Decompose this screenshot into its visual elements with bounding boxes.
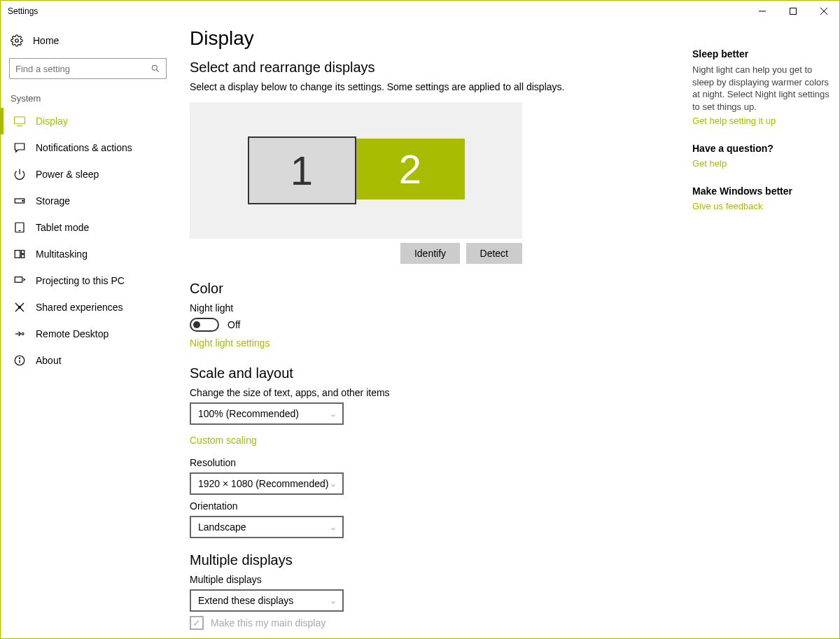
search-icon <box>150 64 160 73</box>
sidebar-item-power[interactable]: Power & sleep <box>1 161 183 188</box>
svg-rect-1 <box>790 8 797 15</box>
sidebar-item-label: Shared experiences <box>36 302 123 313</box>
orientation-value: Landscape <box>198 521 246 533</box>
sidebar-item-about[interactable]: About <box>1 347 183 374</box>
svg-point-5 <box>152 65 157 70</box>
content: Home System Display Notifications & acti… <box>1 22 839 638</box>
detect-button[interactable]: Detect <box>466 243 522 264</box>
display-1[interactable]: 1 <box>248 136 356 204</box>
sidebar-item-label: Tablet mode <box>36 222 89 233</box>
sidebar-item-projecting[interactable]: Projecting to this PC <box>1 267 183 294</box>
question-heading: Have a question? <box>692 143 832 154</box>
sidebar-item-display[interactable]: Display <box>1 108 183 134</box>
sidebar-item-multitasking[interactable]: Multitasking <box>1 241 183 267</box>
main-display-checkbox-row: ✓ Make this my main display <box>190 616 680 630</box>
svg-rect-17 <box>15 277 22 283</box>
home-button[interactable]: Home <box>1 27 183 54</box>
tips-panel: Sleep better Night light can help you ge… <box>692 27 839 638</box>
sidebar-item-label: Projecting to this PC <box>36 275 125 286</box>
svg-point-4 <box>15 39 19 43</box>
chevron-down-icon: ⌵ <box>331 410 335 418</box>
main-display-label: Make this my main display <box>211 617 326 629</box>
multi-label: Multiple displays <box>190 574 680 585</box>
settings-window: Settings Home Syste <box>0 0 840 639</box>
scale-value: 100% (Recommended) <box>198 408 299 419</box>
sidebar-item-remote[interactable]: Remote Desktop <box>1 321 183 347</box>
svg-line-6 <box>156 69 158 71</box>
scale-dropdown[interactable]: 100% (Recommended) ⌵ <box>190 402 344 425</box>
section-color-heading: Color <box>190 281 680 297</box>
page-title: Display <box>190 27 680 50</box>
shared-icon <box>13 301 26 314</box>
resolution-dropdown[interactable]: 1920 × 1080 (Recommended) ⌵ <box>190 472 344 495</box>
tablet-icon <box>13 221 26 234</box>
sleep-link[interactable]: Get help setting it up <box>692 115 832 126</box>
search-wrap <box>1 54 183 89</box>
remote-icon <box>13 328 26 340</box>
section-multi-heading: Multiple displays <box>190 552 680 568</box>
multi-dropdown[interactable]: Extend these displays ⌵ <box>190 589 344 612</box>
night-light-state: Off <box>227 319 240 330</box>
night-light-settings-link[interactable]: Night light settings <box>190 337 270 349</box>
svg-rect-14 <box>15 251 20 258</box>
question-link[interactable]: Get help <box>692 158 832 169</box>
sidebar-group-label: System <box>1 89 183 108</box>
display-arrangement[interactable]: 1 2 <box>190 102 522 239</box>
search-input[interactable] <box>15 64 150 74</box>
home-label: Home <box>33 35 59 46</box>
svg-rect-15 <box>21 251 24 254</box>
sidebar-item-shared[interactable]: Shared experiences <box>1 294 183 321</box>
night-light-label: Night light <box>190 302 680 314</box>
sidebar-item-storage[interactable]: Storage <box>1 188 183 214</box>
sidebar-item-label: Power & sleep <box>36 169 99 180</box>
sleep-heading: Sleep better <box>692 48 832 59</box>
feedback-heading: Make Windows better <box>692 185 832 197</box>
sidebar: Home System Display Notifications & acti… <box>1 22 183 638</box>
titlebar: Settings <box>1 1 839 22</box>
sidebar-item-label: Display <box>36 115 68 127</box>
monitor-icon <box>13 115 26 127</box>
message-icon <box>13 141 26 154</box>
window-title: Settings <box>8 6 38 16</box>
close-button[interactable] <box>808 1 839 22</box>
main: Display Select and rearrange displays Se… <box>183 22 839 638</box>
svg-point-21 <box>22 333 24 335</box>
chevron-down-icon: ⌵ <box>331 480 335 488</box>
chevron-down-icon: ⌵ <box>331 524 335 531</box>
projecting-icon <box>13 274 26 287</box>
feedback-link[interactable]: Give us feedback <box>692 201 832 211</box>
multi-value: Extend these displays <box>198 595 293 606</box>
search-box[interactable] <box>9 58 167 79</box>
orientation-label: Orientation <box>190 500 680 512</box>
sidebar-item-label: Storage <box>36 195 70 206</box>
maximize-button[interactable] <box>778 1 808 22</box>
section-scale-heading: Scale and layout <box>190 365 680 381</box>
custom-scaling-link[interactable]: Custom scaling <box>190 435 257 446</box>
svg-rect-7 <box>15 117 25 124</box>
scale-label: Change the size of text, apps, and other… <box>190 387 680 398</box>
power-icon <box>13 168 26 181</box>
sidebar-item-notifications[interactable]: Notifications & actions <box>1 134 183 161</box>
identify-button[interactable]: Identify <box>400 243 460 264</box>
sidebar-item-tablet[interactable]: Tablet mode <box>1 214 183 241</box>
svg-point-24 <box>19 358 20 358</box>
minimize-button[interactable] <box>747 1 778 22</box>
drive-icon <box>13 195 26 207</box>
main-display-checkbox: ✓ <box>190 616 204 630</box>
orientation-dropdown[interactable]: Landscape ⌵ <box>190 516 344 538</box>
svg-point-11 <box>22 200 24 202</box>
svg-rect-16 <box>21 255 24 258</box>
sleep-text: Night light can help you get to sleep by… <box>692 64 832 113</box>
resolution-label: Resolution <box>190 457 680 468</box>
window-controls <box>747 1 839 22</box>
sidebar-item-label: About <box>36 355 62 366</box>
section-arrange-desc: Select a display below to change its set… <box>190 81 680 92</box>
multitask-icon <box>13 248 26 260</box>
gear-icon <box>10 34 23 47</box>
night-light-toggle[interactable] <box>190 318 219 332</box>
section-arrange-heading: Select and rearrange displays <box>190 59 680 76</box>
sidebar-item-label: Multitasking <box>36 248 88 260</box>
display-2[interactable]: 2 <box>356 139 465 199</box>
info-icon <box>13 354 26 367</box>
resolution-value: 1920 × 1080 (Recommended) <box>198 478 328 489</box>
